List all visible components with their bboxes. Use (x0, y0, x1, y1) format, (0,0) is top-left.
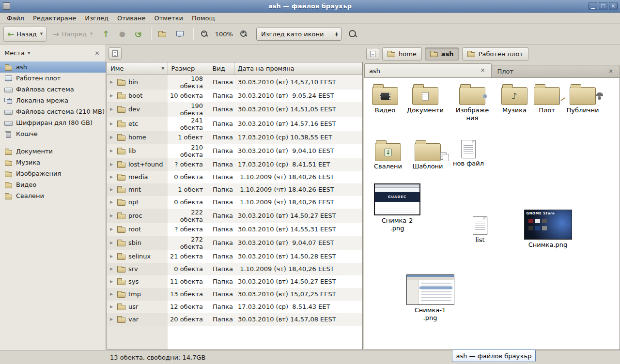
sidebar-item-trash[interactable]: Кошче (0, 128, 106, 139)
expander-icon[interactable]: ▶ (110, 162, 114, 167)
icon-item-snimka-1[interactable]: Снимка-1.png (406, 274, 454, 322)
tree-row-dev[interactable]: ▶dev190 обектаПапка30.03.2010 (вт) 14,51… (107, 102, 362, 117)
icon-item-video[interactable]: Видео (366, 84, 404, 114)
taskbar-window-button[interactable]: ash — файлов браузър (452, 349, 536, 362)
sidebar-item-filesystem[interactable]: Файлова система (0, 84, 106, 95)
zoom-out-button[interactable]: − (197, 27, 212, 42)
tree-row-usr[interactable]: ▶usr12 обектаПапка17.03.2010 (ср) 8,51,4… (107, 301, 362, 313)
sidebar-item-ash[interactable]: ash (0, 61, 106, 73)
tree-row-media[interactable]: ▶media0 обектаПапка 1.10.2009 (чт) 18,40… (107, 171, 362, 183)
tree-row-srv[interactable]: ▶srv0 обектаПапка 1.10.2009 (чт) 18,40,2… (107, 263, 362, 275)
column-header-name[interactable]: Име▼ (107, 62, 168, 75)
column-header-modified[interactable]: Дата на промяна (234, 62, 362, 75)
tree-row-sys[interactable]: ▶sys11 обектаПапка30.03.2010 (вт) 14,50,… (107, 275, 362, 288)
icon-item-documents[interactable]: Документи (405, 84, 445, 114)
expander-icon[interactable]: ▶ (110, 187, 114, 192)
icon-item-public[interactable]: Публични (564, 84, 602, 114)
tree-row-proc[interactable]: ▶proc222 обектаПапка30.03.2010 (вт) 14,5… (107, 209, 362, 223)
tree-row-var[interactable]: ▶var20 обектаПапка30.03.2010 (вт) 14,57,… (107, 313, 362, 326)
tree-row-home[interactable]: ▶home1 обектПапка17.03.2010 (ср) 10,38,5… (107, 131, 362, 144)
expander-icon[interactable]: ▶ (110, 93, 114, 98)
sidebar-item-images[interactable]: Изображения (0, 168, 106, 179)
icon-item-templates[interactable]: Шаблони (410, 140, 446, 170)
expander-icon[interactable]: ▶ (110, 80, 114, 84)
up-button[interactable]: ↑ (98, 27, 113, 42)
icon-item-downloads[interactable]: ↓Свалени (370, 140, 406, 170)
column-header-type[interactable]: Вид (209, 62, 234, 75)
expander-icon[interactable]: ▶ (110, 267, 114, 271)
expander-icon[interactable]: ▶ (110, 175, 114, 179)
location-toggle-button[interactable] (366, 48, 379, 60)
tree-row-lib[interactable]: ▶lib210 обектаПапка30.03.2010 (вт) 9,04,… (107, 144, 362, 158)
expander-icon[interactable]: ▶ (110, 227, 114, 231)
expander-icon[interactable]: ▶ (110, 292, 114, 296)
breadcrumb-desktop[interactable]: Работен плот (462, 47, 528, 61)
sidebar-item-downloads[interactable]: Свалени (0, 190, 106, 201)
tab-ash[interactable]: ash × (364, 63, 492, 77)
icon-item-list[interactable]: list (466, 216, 494, 244)
view-mode-select[interactable]: Изглед като икони ▲▼ (256, 28, 341, 41)
expander-icon[interactable]: ▶ (110, 254, 114, 258)
sidebar-item-local-network[interactable]: Локална мрежа (0, 95, 106, 106)
breadcrumb-ash[interactable]: ash (425, 47, 459, 61)
icon-item-snimka-2[interactable]: GUADECСнимка-2.png (373, 183, 421, 232)
expander-icon[interactable]: ▶ (110, 241, 114, 245)
icon-view[interactable]: ВидеоДокументиИзображения♪МузикаПлотПубл… (364, 77, 620, 350)
tree-row-lost+found[interactable]: ▶lost+found? обектаПапка17.03.2010 (ср) … (107, 158, 362, 171)
close-button[interactable]: × (609, 2, 618, 10)
tree-row-root[interactable]: ▶root? обектаПапка30.03.2010 (вт) 14,55,… (107, 223, 362, 236)
combo-arrows-icon[interactable]: ▲▼ (332, 28, 341, 40)
stop-button[interactable]: ● (115, 27, 129, 42)
tree-row-mnt[interactable]: ▶mnt1 обектПапка 1.10.2009 (чт) 18,40,26… (107, 183, 362, 196)
tab-close-icon[interactable]: × (479, 67, 487, 75)
expander-icon[interactable]: ▶ (110, 135, 114, 139)
zoom-in-button[interactable]: + (236, 27, 251, 42)
menu-edit[interactable]: Редактиране (29, 14, 80, 23)
sidebar-item-desktop[interactable]: Работен плот (0, 73, 106, 84)
expander-icon[interactable]: ▶ (110, 107, 114, 111)
reload-button[interactable] (131, 27, 145, 42)
home-button[interactable] (155, 27, 170, 42)
computer-button[interactable] (172, 27, 187, 42)
search-button[interactable] (344, 27, 361, 42)
expander-icon[interactable]: ▶ (110, 149, 114, 153)
icon-item-new-file[interactable]: нов файл (450, 140, 487, 167)
tree-row-opt[interactable]: ▶opt0 обектаПапка 1.10.2009 (чт) 18,40,2… (107, 196, 362, 209)
titlebar[interactable]: ash — файлов браузър ▁ □ × (0, 0, 620, 13)
expander-icon[interactable]: ▶ (110, 200, 114, 204)
menu-help[interactable]: Помощ (187, 14, 219, 23)
places-title[interactable]: Места (4, 49, 25, 57)
back-button[interactable]: ← Назад ▼ (3, 27, 46, 42)
icon-item-snimka[interactable]: GNOME StoreСнимка.png (523, 210, 573, 249)
sidebar-item-documents[interactable]: Документи (0, 146, 106, 157)
sidebar-item-video[interactable]: Видео (0, 179, 106, 190)
expander-icon[interactable]: ▶ (110, 213, 114, 218)
back-dropdown-icon[interactable]: ▼ (40, 32, 43, 36)
icon-item-music[interactable]: ♪Музика (497, 84, 532, 114)
breadcrumb-home[interactable]: home (382, 47, 422, 61)
places-close-icon[interactable]: × (93, 49, 101, 57)
expander-icon[interactable]: ▶ (110, 121, 114, 126)
tab-plot[interactable]: Плот × (493, 65, 620, 77)
sidebar-item-filesystem-210mb[interactable]: Файлова система (210 MB) (0, 106, 106, 117)
tree-row-bin[interactable]: ▶bin108 обектаПапка30.03.2010 (вт) 14,57… (107, 75, 362, 90)
tree-row-sbin[interactable]: ▶sbin272 обектаПапка30.03.2010 (вт) 9,04… (107, 236, 362, 250)
places-dropdown-icon[interactable]: ▼ (28, 51, 30, 55)
tree-row-tmp[interactable]: ▶tmp13 обектаПапка30.03.2010 (вт) 15,07,… (107, 288, 362, 301)
menu-bookmarks[interactable]: Отметки (150, 14, 187, 23)
menu-file[interactable]: Файл (2, 14, 29, 23)
sidebar-item-encrypted-80gb[interactable]: Шифриран дял (80 GB) (0, 117, 106, 128)
maximize-button[interactable]: □ (599, 2, 607, 10)
column-header-size[interactable]: Размер (168, 62, 209, 75)
tree-row-selinux[interactable]: ▶selinux21 обектаПапка30.03.2010 (вт) 14… (107, 250, 362, 263)
icon-item-images[interactable]: Изображения (453, 84, 492, 122)
sidebar-item-music[interactable]: Музика (0, 157, 106, 168)
expander-icon[interactable]: ▶ (110, 279, 114, 284)
tab-close-icon[interactable]: × (607, 68, 615, 76)
menu-go[interactable]: Отиване (113, 14, 150, 23)
forward-button[interactable]: → Напред ▼ (48, 27, 96, 42)
expander-icon[interactable]: ▶ (110, 304, 114, 309)
menu-view[interactable]: Изглед (80, 14, 113, 23)
tree-row-etc[interactable]: ▶etc241 обектаПапка30.03.2010 (вт) 14,57… (107, 117, 362, 131)
minimize-button[interactable]: ▁ (589, 2, 597, 10)
